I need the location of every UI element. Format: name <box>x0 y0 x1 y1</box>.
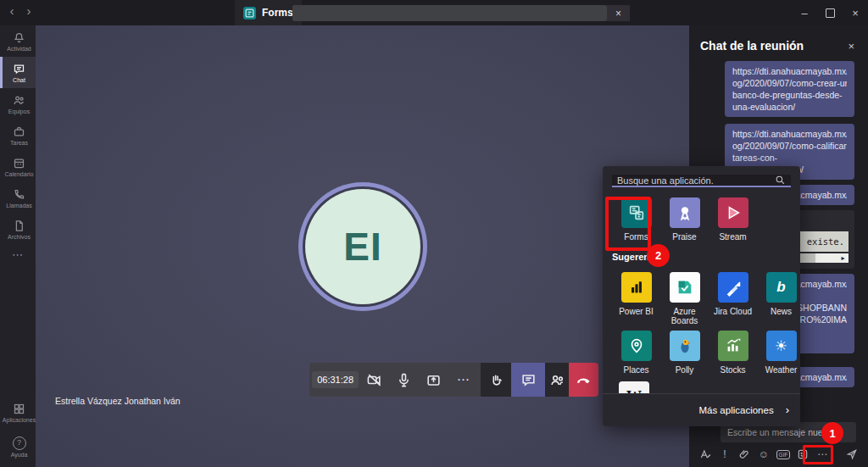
news-app-icon: b <box>766 272 797 303</box>
tab-close-button[interactable]: × <box>607 5 630 21</box>
sidebar-item-label: Aplicaciones <box>3 417 36 423</box>
app-search[interactable] <box>612 175 791 187</box>
controls-main: 06:31:28 ⋯ <box>309 363 481 397</box>
minimize-button[interactable]: – <box>792 0 817 25</box>
share-screen-button[interactable] <box>420 363 448 397</box>
more-apps-link[interactable]: Más aplicaciones › <box>603 393 800 426</box>
sidebar-item-tareas[interactable]: Tareas <box>0 120 36 151</box>
stream-app-icon <box>718 197 748 228</box>
forward-icon[interactable]: › <box>22 3 36 18</box>
share-screen-icon <box>426 372 442 388</box>
app-label: Praise <box>672 232 696 242</box>
teams-icon <box>13 94 25 107</box>
search-bar[interactable] <box>292 5 607 21</box>
app-search-input[interactable] <box>612 175 775 186</box>
app-label: Places <box>623 365 648 375</box>
participant-avatar: EI <box>305 189 420 304</box>
polly-app-icon <box>670 331 700 361</box>
places-app-icon <box>621 331 652 361</box>
chat-toggle-button[interactable] <box>511 363 545 397</box>
microphone-button[interactable] <box>389 363 418 397</box>
chat-close-icon[interactable]: × <box>845 40 857 53</box>
app-places[interactable]: Places <box>612 331 660 375</box>
meeting-timer: 06:31:28 <box>312 371 359 388</box>
app-praise[interactable]: Praise <box>660 197 709 242</box>
compose-toolbar: ! ☺ GIF ⋯ <box>689 442 868 467</box>
sidebar-item-label: Calendario <box>5 171 34 177</box>
calendar-icon <box>13 157 25 170</box>
tab-forms[interactable]: Forms <box>235 0 302 25</box>
sidebar-item-actividad[interactable]: Actividad <box>0 25 36 57</box>
close-button[interactable]: × <box>843 0 868 25</box>
app-power-bi[interactable]: Power BI <box>612 272 660 325</box>
stocks-app-icon <box>718 331 748 361</box>
sidebar-item-ayuda[interactable]: ? Ayuda <box>0 430 36 464</box>
gif-button[interactable]: GIF <box>777 448 789 460</box>
hang-up-icon <box>576 372 592 388</box>
power-bi-app-icon <box>621 272 652 303</box>
maximize-button[interactable] <box>817 0 843 25</box>
sidebar-item-archivos[interactable]: Archivos <box>0 214 36 245</box>
participants-button[interactable] <box>545 363 569 397</box>
forms-app-icon <box>243 7 256 19</box>
sidebar-item-label: Actividad <box>7 46 31 52</box>
format-icon <box>699 448 711 460</box>
app-weather[interactable]: ☀ Weather <box>757 331 805 375</box>
azure-boards-app-icon <box>670 272 700 303</box>
sidebar-item-aplicaciones[interactable]: Aplicaciones <box>0 396 36 430</box>
sidebar-item-calendario[interactable]: Calendario <box>0 151 36 182</box>
camera-off-button[interactable] <box>359 363 388 397</box>
annotation-step-2: 2 <box>647 244 670 267</box>
chat-bubble-icon <box>520 372 537 388</box>
format-button[interactable] <box>699 448 711 460</box>
back-icon[interactable]: ‹ <box>5 3 19 18</box>
app-label: Stocks <box>720 365 745 375</box>
briefcase-icon <box>13 125 25 138</box>
app-jira-cloud[interactable]: Jira Cloud <box>709 272 757 325</box>
app-stream[interactable]: Stream <box>709 197 757 242</box>
app-wikipedia[interactable]: W <box>619 381 649 393</box>
sidebar-rail: Actividad Chat Equipos Tareas Calendario… <box>0 25 36 467</box>
bell-icon <box>13 31 25 44</box>
send-button[interactable] <box>846 448 858 460</box>
search-icon <box>775 175 786 186</box>
raise-hand-button[interactable] <box>481 363 511 397</box>
chat-icon <box>13 63 25 75</box>
phone-icon <box>13 188 25 201</box>
sidebar-item-llamadas[interactable]: Llamadas <box>0 182 36 214</box>
meeting-stage: EI Estrella Vázquez Jonathan Iván <box>36 25 689 467</box>
camera-off-icon <box>366 372 382 388</box>
tab-label: Forms <box>262 7 293 19</box>
apps-grid-icon <box>13 403 25 415</box>
sidebar-item-chat[interactable]: Chat <box>0 57 36 88</box>
app-news[interactable]: b News <box>757 272 805 325</box>
app-polly[interactable]: Polly <box>660 331 709 375</box>
weather-app-icon: ☀ <box>766 331 797 361</box>
annotation-box-forms <box>605 197 651 251</box>
annotation-box-more <box>803 445 833 464</box>
app-stocks[interactable]: Stocks <box>709 331 757 375</box>
emoji-button[interactable]: ☺ <box>758 448 770 460</box>
hang-up-button[interactable] <box>569 363 598 397</box>
people-icon <box>549 372 565 388</box>
app-label: Stream <box>719 232 746 242</box>
scrollbar-arrow-icon[interactable]: ▸ <box>837 253 849 263</box>
maximize-icon <box>826 8 835 18</box>
sidebar-item-label: Llamadas <box>6 203 31 208</box>
annotation-step-1: 1 <box>821 422 843 444</box>
importance-button[interactable]: ! <box>719 448 731 460</box>
app-azure-boards[interactable]: Azure Boards <box>660 272 709 325</box>
help-icon: ? <box>13 436 26 450</box>
raise-hand-icon <box>488 372 504 388</box>
avatar-initials: EI <box>343 224 381 270</box>
sidebar-item-label: Archivos <box>8 234 31 240</box>
attach-button[interactable] <box>738 448 750 460</box>
suggested-apps-grid: Power BI Azure Boards Jira Cloud b News <box>610 272 800 375</box>
suggestions-title: Sugerencias <box>612 252 800 262</box>
sidebar-item-label: Tareas <box>10 140 28 146</box>
sidebar-item-equipos[interactable]: Equipos <box>0 88 36 120</box>
sidebar-more-icon[interactable]: ⋯ <box>0 245 36 264</box>
send-icon <box>846 448 858 461</box>
app-label: News <box>771 307 792 316</box>
more-actions-button[interactable]: ⋯ <box>449 363 478 397</box>
